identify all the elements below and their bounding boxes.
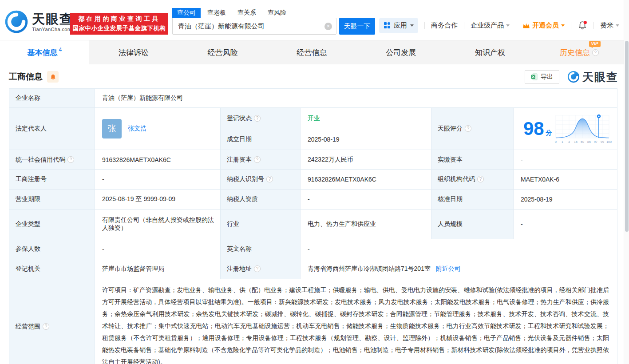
company-tabbar: 基本信息 4 法律诉讼 经营风险 经营信息 公司发展 知识产权 历史信息 VIP… — [0, 40, 624, 64]
help-icon[interactable]: ? — [266, 176, 273, 182]
tab-risk-label: 经营风险 — [208, 47, 238, 58]
tab-intellectual-property[interactable]: 知识产权 — [446, 40, 535, 64]
legal-rep-label: 法定代表人 — [9, 108, 95, 150]
monitor-bell-button[interactable] — [47, 71, 59, 83]
clear-search-icon[interactable]: × — [324, 23, 332, 30]
legal-rep-link[interactable]: 张文浩 — [128, 125, 146, 133]
tab-operation-info[interactable]: 经营信息 — [267, 40, 356, 64]
search-tab-relation[interactable]: 查关系 — [237, 8, 256, 18]
uscc-value: 91632826MAETX0AK6C — [95, 150, 221, 170]
help-icon[interactable]: ? — [254, 156, 261, 163]
vip-label: 开通会员 — [532, 21, 559, 30]
svg-text:85: 85 — [587, 140, 591, 143]
nav-business-cooperation[interactable]: 商务合作 — [431, 21, 458, 30]
taxpayer-qual-label: 纳税人资质 — [221, 190, 301, 210]
tianyancha-logo[interactable]: 天眼查 TianYanCha.com — [4, 10, 73, 34]
help-icon[interactable]: ? — [254, 265, 261, 272]
tianyancha-logo-icon — [4, 10, 28, 34]
score-cell[interactable]: 98 分 — [514, 108, 617, 150]
search-input[interactable] — [172, 18, 336, 35]
chevron-down-icon — [616, 24, 619, 27]
business-term-label: 营业期限 — [9, 190, 95, 210]
taxpayer-id-value: 91632826MAETX0AK6C — [301, 170, 431, 190]
company-name-label: 企业名称 — [9, 89, 95, 108]
tab-operation-risk[interactable]: 经营风险 — [178, 40, 267, 64]
taxpayer-qual-value: - — [301, 190, 431, 210]
scrollbar-thumb[interactable] — [625, 41, 629, 232]
score-label: 天眼评分? — [431, 108, 514, 150]
help-icon[interactable]: ? — [592, 49, 599, 56]
table-row: 参保人数 - 英文名称 - — [9, 239, 617, 259]
bell-icon — [578, 20, 587, 30]
export-button[interactable]: 导出 — [525, 70, 559, 84]
chevron-down-icon — [410, 24, 414, 27]
svg-text:50: 50 — [581, 140, 584, 143]
search-tab-risk[interactable]: 查风险 — [268, 8, 286, 18]
chevron-down-icon — [506, 24, 510, 27]
apps-grid-icon — [384, 22, 391, 29]
table-row: 工商注册号 - 纳税人识别号? 91632826MAETX0AK6C 组织机构代… — [9, 170, 617, 190]
scrollbar-track[interactable] — [624, 0, 629, 364]
tab-history-info[interactable]: 历史信息 VIP ? — [534, 40, 624, 64]
help-icon[interactable]: ? — [477, 176, 484, 182]
section-title: 工商信息 — [9, 71, 43, 83]
search-area: 查公司 查老板 查关系 查风险 × 天眼一下 — [172, 7, 375, 35]
staff-size-label: 人员规模 — [431, 210, 514, 239]
tianyancha-logo-icon — [567, 71, 580, 83]
svg-text:99: 99 — [601, 140, 604, 143]
divider — [571, 22, 571, 29]
english-name-value: - — [301, 239, 617, 259]
nav-enterprise-products[interactable]: 企业级产品 — [471, 21, 510, 30]
search-tab-boss[interactable]: 查老板 — [207, 8, 226, 18]
notification-bell[interactable] — [578, 20, 587, 30]
insured-count-value: - — [95, 239, 221, 259]
tab-basic-info[interactable]: 基本信息 4 — [0, 40, 89, 64]
table-row: 企业名称 青油（茫崖）新能源有限公司 — [9, 89, 617, 108]
export-label: 导出 — [541, 73, 553, 81]
svg-text:0: 0 — [555, 140, 557, 143]
company-type-value: 有限责任公司（非自然人投资或控股的法人独资） — [95, 210, 221, 239]
section-header: 工商信息 导出 天眼查 — [0, 64, 629, 87]
vip-button[interactable]: 开通会员 — [522, 21, 565, 30]
svg-text:1: 1 — [562, 140, 563, 143]
reg-address-value: 青海省海西州茫崖市冷湖镇团结路71号201室 附近公司 — [301, 259, 617, 279]
reg-capital-label: 注册资本? — [221, 150, 301, 170]
avatar[interactable]: 张 — [102, 119, 122, 138]
company-name-value: 青油（茫崖）新能源有限公司 — [95, 89, 617, 108]
nearby-companies-link[interactable]: 附近公司 — [436, 265, 461, 272]
tab-operation-label: 经营信息 — [297, 47, 327, 58]
tab-legal-litigation[interactable]: 法律诉讼 — [89, 40, 178, 64]
paid-capital-value: - — [514, 150, 617, 170]
svg-text:97: 97 — [594, 140, 597, 143]
notification-dot — [584, 21, 587, 24]
tab-basic-info-count: 4 — [59, 47, 62, 53]
divider — [464, 22, 464, 29]
search-tab-company[interactable]: 查公司 — [172, 8, 201, 18]
vip-badge: VIP — [589, 41, 601, 47]
user-menu[interactable]: 费米 — [600, 21, 619, 30]
approval-date-value: 2025-08-19 — [514, 190, 617, 210]
table-row: 企业类型 有限责任公司（非自然人投资或控股的法人独资） 行业 电力、热力生产和供… — [9, 210, 617, 239]
divider — [424, 22, 425, 29]
tab-history-label: 历史信息 VIP — [560, 47, 590, 58]
table-row: 统一社会信用代码? 91632826MAETX0AK6C 注册资本? 24232… — [9, 150, 617, 170]
help-icon[interactable]: ? — [43, 323, 49, 330]
establish-date-value: 2025-08-19 — [301, 129, 431, 150]
table-row: 经营范围? 许可项目：矿产资源勘查；发电业务、输电业务、供（配）电业务；建设工程… — [9, 279, 617, 364]
legal-rep-cell: 张 张文浩 — [95, 108, 221, 150]
org-code-value: MAETX0AK-6 — [514, 170, 617, 190]
industry-value: 电力、热力生产和供应业 — [301, 210, 431, 239]
search-button[interactable]: 天眼一下 — [339, 18, 375, 35]
english-name-label: 英文名称 — [221, 239, 301, 259]
tab-ip-label: 知识产权 — [475, 47, 505, 58]
enterprise-products-label: 企业级产品 — [471, 21, 504, 30]
top-nav: 应用 商务合作 企业级产品 开通会员 费米 — [379, 18, 619, 33]
help-icon[interactable]: ? — [465, 125, 471, 132]
apps-menu[interactable]: 应用 — [379, 18, 418, 33]
approval-date-label: 核准日期 — [431, 190, 514, 210]
score-value: 98 — [523, 118, 544, 139]
username: 费米 — [600, 21, 613, 30]
help-icon[interactable]: ? — [67, 156, 74, 163]
tab-company-development[interactable]: 公司发展 — [356, 40, 446, 64]
help-icon[interactable]: ? — [254, 115, 261, 122]
